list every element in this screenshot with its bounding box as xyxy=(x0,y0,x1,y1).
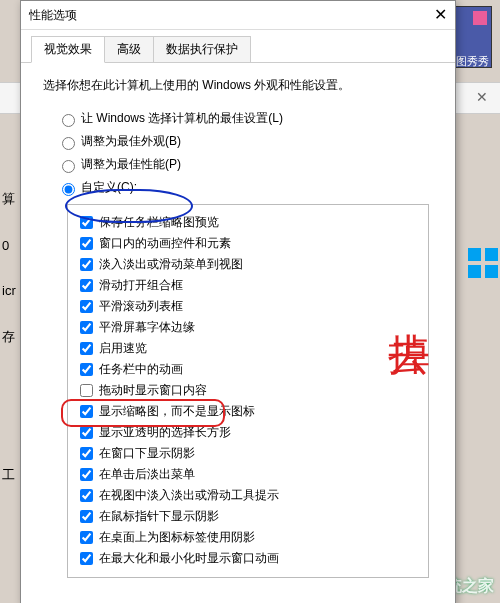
effect-checkbox[interactable] xyxy=(80,447,93,460)
radio-best-performance[interactable]: 调整为最佳性能(P) xyxy=(57,156,433,173)
effect-label: 显示亚透明的选择长方形 xyxy=(99,424,231,441)
radio-label: 调整为最佳性能(P) xyxy=(81,156,181,173)
effect-checkbox[interactable] xyxy=(80,237,93,250)
effect-label: 淡入淡出或滑动菜单到视图 xyxy=(99,256,243,273)
effect-label: 拖动时显示窗口内容 xyxy=(99,382,207,399)
effect-label: 在视图中淡入淡出或滑动工具提示 xyxy=(99,487,279,504)
effect-item[interactable]: 保存任务栏缩略图预览 xyxy=(76,213,420,232)
effect-checkbox[interactable] xyxy=(80,468,93,481)
effect-label: 显示缩略图，而不是显示图标 xyxy=(99,403,255,420)
radio-label: 自定义(C): xyxy=(81,179,137,196)
effect-label: 在桌面上为图标标签使用阴影 xyxy=(99,529,255,546)
radio-label: 让 Windows 选择计算机的最佳设置(L) xyxy=(81,110,283,127)
effect-checkbox[interactable] xyxy=(80,384,93,397)
effect-label: 平滑屏幕字体边缘 xyxy=(99,319,195,336)
effect-checkbox[interactable] xyxy=(80,531,93,544)
description-text: 选择你想在此计算机上使用的 Windows 外观和性能设置。 xyxy=(43,77,433,94)
effect-item[interactable]: 启用速览 xyxy=(76,339,420,358)
dialog-title: 性能选项 xyxy=(29,1,77,29)
effect-label: 窗口内的动画控件和元素 xyxy=(99,235,231,252)
radio-custom[interactable]: 自定义(C): xyxy=(57,179,433,196)
radio-input[interactable] xyxy=(62,160,75,173)
effect-checkbox[interactable] xyxy=(80,300,93,313)
effect-label: 滑动打开组合框 xyxy=(99,277,183,294)
effect-checkbox[interactable] xyxy=(80,342,93,355)
effect-item[interactable]: 在单击后淡出菜单 xyxy=(76,465,420,484)
effect-checkbox[interactable] xyxy=(80,426,93,439)
effect-checkbox[interactable] xyxy=(80,405,93,418)
effect-item[interactable]: 平滑屏幕字体边缘 xyxy=(76,318,420,337)
effect-label: 平滑滚动列表框 xyxy=(99,298,183,315)
effect-checkbox[interactable] xyxy=(80,363,93,376)
effect-label: 启用速览 xyxy=(99,340,147,357)
effect-label: 在最大化和最小化时显示窗口动画 xyxy=(99,550,279,567)
effect-item[interactable]: 在最大化和最小化时显示窗口动画 xyxy=(76,549,420,568)
effect-checkbox[interactable] xyxy=(80,279,93,292)
radio-best-appearance[interactable]: 调整为最佳外观(B) xyxy=(57,133,433,150)
effect-item[interactable]: 拖动时显示窗口内容 xyxy=(76,381,420,400)
effect-item[interactable]: 在桌面上为图标标签使用阴影 xyxy=(76,528,420,547)
effect-item[interactable]: 滑动打开组合框 xyxy=(76,276,420,295)
effects-list: 保存任务栏缩略图预览窗口内的动画控件和元素淡入淡出或滑动菜单到视图滑动打开组合框… xyxy=(67,204,429,578)
app-icon-badge xyxy=(473,11,487,25)
effect-checkbox[interactable] xyxy=(80,552,93,565)
dialog-body: 选择你想在此计算机上使用的 Windows 外观和性能设置。 让 Windows… xyxy=(21,63,455,586)
close-icon[interactable]: ✕ xyxy=(434,1,447,29)
tab-dep[interactable]: 数据执行保护 xyxy=(153,36,251,63)
effect-label: 在鼠标指针下显示阴影 xyxy=(99,508,219,525)
titlebar: 性能选项 ✕ xyxy=(21,1,455,30)
effect-item[interactable]: 在鼠标指针下显示阴影 xyxy=(76,507,420,526)
effect-checkbox[interactable] xyxy=(80,321,93,334)
effect-label: 在单击后淡出菜单 xyxy=(99,466,195,483)
radio-label: 调整为最佳外观(B) xyxy=(81,133,181,150)
bg-close-icon[interactable]: ✕ xyxy=(476,89,488,105)
effect-item[interactable]: 显示亚透明的选择长方形 xyxy=(76,423,420,442)
effect-checkbox[interactable] xyxy=(80,489,93,502)
tab-advanced[interactable]: 高级 xyxy=(104,36,154,63)
tab-visual-effects[interactable]: 视觉效果 xyxy=(31,36,105,63)
effect-label: 在窗口下显示阴影 xyxy=(99,445,195,462)
effect-item[interactable]: 淡入淡出或滑动菜单到视图 xyxy=(76,255,420,274)
effect-item[interactable]: 平滑滚动列表框 xyxy=(76,297,420,316)
effect-checkbox[interactable] xyxy=(80,510,93,523)
performance-options-dialog: 性能选项 ✕ 视觉效果 高级 数据执行保护 选择你想在此计算机上使用的 Wind… xyxy=(20,0,456,603)
effect-item[interactable]: 窗口内的动画控件和元素 xyxy=(76,234,420,253)
radio-let-windows[interactable]: 让 Windows 选择计算机的最佳设置(L) xyxy=(57,110,433,127)
effect-checkbox[interactable] xyxy=(80,216,93,229)
radio-input[interactable] xyxy=(62,183,75,196)
effect-label: 任务栏中的动画 xyxy=(99,361,183,378)
effect-item[interactable]: 在视图中淡入淡出或滑动工具提示 xyxy=(76,486,420,505)
radio-input[interactable] xyxy=(62,137,75,150)
effect-item[interactable]: 在窗口下显示阴影 xyxy=(76,444,420,463)
radio-input[interactable] xyxy=(62,114,75,127)
tab-strip: 视觉效果 高级 数据执行保护 xyxy=(31,36,455,63)
effect-label: 保存任务栏缩略图预览 xyxy=(99,214,219,231)
effect-item[interactable]: 任务栏中的动画 xyxy=(76,360,420,379)
effect-checkbox[interactable] xyxy=(80,258,93,271)
effect-item[interactable]: 显示缩略图，而不是显示图标 xyxy=(76,402,420,421)
windows-logo-icon xyxy=(468,248,498,278)
